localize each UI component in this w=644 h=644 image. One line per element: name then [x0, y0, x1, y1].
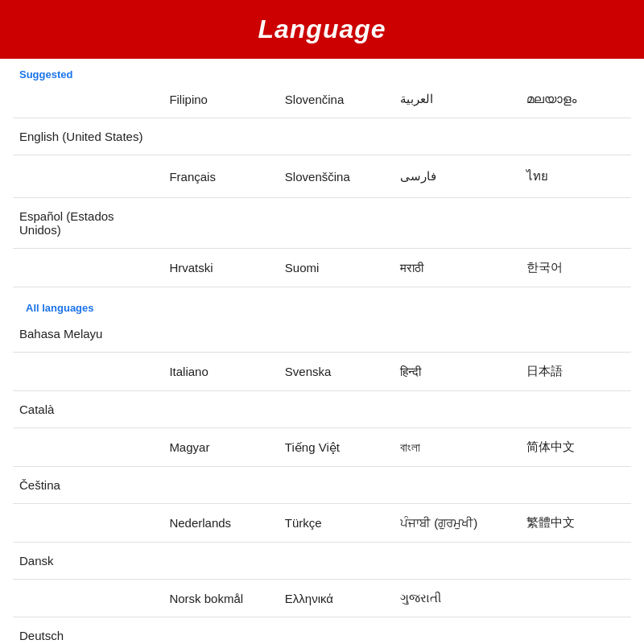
language-option[interactable]: العربية — [394, 80, 520, 118]
language-option[interactable]: Nederlands — [163, 504, 278, 543]
language-option[interactable]: 한국어 — [520, 249, 631, 287]
language-option[interactable]: Čeština — [13, 467, 163, 504]
list-item[interactable]: ItalianoSvenskaहिन्दी日本語 — [13, 353, 631, 391]
language-option[interactable]: 繁體中文 — [520, 504, 631, 543]
list-item[interactable]: FilipinoSlovenčinaالعربيةമലയാളം — [13, 80, 631, 118]
language-option[interactable]: Suomi — [279, 249, 394, 287]
language-option[interactable]: Slovenščina — [279, 155, 394, 198]
list-item[interactable]: Deutsch — [13, 617, 631, 645]
language-option[interactable]: Tiếng Việt — [279, 428, 394, 467]
language-option[interactable]: Dansk — [13, 543, 163, 580]
language-option[interactable]: বাংলা — [394, 428, 520, 467]
language-option[interactable]: Deutsch — [13, 617, 163, 645]
language-option[interactable]: فارسی — [394, 155, 520, 198]
list-item[interactable]: MagyarTiếng Việtবাংলা简体中文 — [13, 428, 631, 467]
language-option[interactable]: Slovenčina — [279, 80, 394, 118]
language-option[interactable]: Filipino — [163, 80, 278, 118]
content: Suggested FilipinoSlovenčinaالعربيةമലയാള… — [0, 59, 644, 644]
list-item[interactable]: NederlandsTürkçeਪੰਜਾਬੀ (ਗੁਰਮੁਖੀ)繁體中文 — [13, 504, 631, 543]
language-option[interactable]: ਪੰਜਾਬੀ (ਗੁਰਮੁਖੀ) — [394, 504, 520, 543]
header: Language — [0, 0, 644, 59]
language-option[interactable]: हिन्दी — [394, 353, 520, 391]
language-option[interactable]: Magyar — [163, 428, 278, 467]
language-option[interactable]: ไทย — [520, 155, 631, 198]
language-option[interactable]: English (United States) — [13, 118, 163, 155]
language-option[interactable]: Català — [13, 391, 163, 428]
list-item[interactable]: FrançaisSlovenščinaفارسیไทย — [13, 155, 631, 198]
language-option[interactable]: Bahasa Melayu — [13, 316, 163, 353]
suggested-section-label: Suggested — [13, 59, 631, 80]
language-option[interactable]: मराठी — [394, 249, 520, 287]
list-item[interactable]: Dansk — [13, 543, 631, 580]
language-option[interactable]: Svenska — [279, 353, 394, 391]
language-option[interactable]: 日本語 — [520, 353, 631, 391]
language-table: FilipinoSlovenčinaالعربيةമലയാളംEnglish (… — [13, 80, 631, 644]
list-item[interactable]: Čeština — [13, 467, 631, 504]
list-item[interactable]: Bahasa Melayu — [13, 316, 631, 353]
language-option[interactable]: Ελληνικά — [279, 580, 394, 617]
list-item[interactable]: English (United States) — [13, 118, 631, 155]
list-item[interactable]: Español (Estados Unidos) — [13, 198, 631, 249]
language-option[interactable]: Español (Estados Unidos) — [13, 198, 163, 249]
language-option[interactable]: 简体中文 — [520, 428, 631, 467]
list-item[interactable]: Català — [13, 391, 631, 428]
all-languages-section-row: All languages — [13, 287, 631, 316]
language-option[interactable]: മലയാളം — [520, 80, 631, 118]
language-option[interactable]: Norsk bokmål — [163, 580, 278, 617]
language-option[interactable]: ગુજરાતી — [394, 580, 520, 617]
list-item[interactable]: Norsk bokmålΕλληνικάગુજરાતી — [13, 580, 631, 617]
language-option[interactable]: Italiano — [163, 353, 278, 391]
list-item[interactable]: HrvatskiSuomiमराठी한국어 — [13, 249, 631, 287]
language-option[interactable]: Hrvatski — [163, 249, 278, 287]
all-languages-label: All languages — [19, 295, 625, 314]
language-option[interactable]: Français — [163, 155, 278, 198]
language-option[interactable]: Türkçe — [279, 504, 394, 543]
page-title: Language — [0, 14, 644, 44]
